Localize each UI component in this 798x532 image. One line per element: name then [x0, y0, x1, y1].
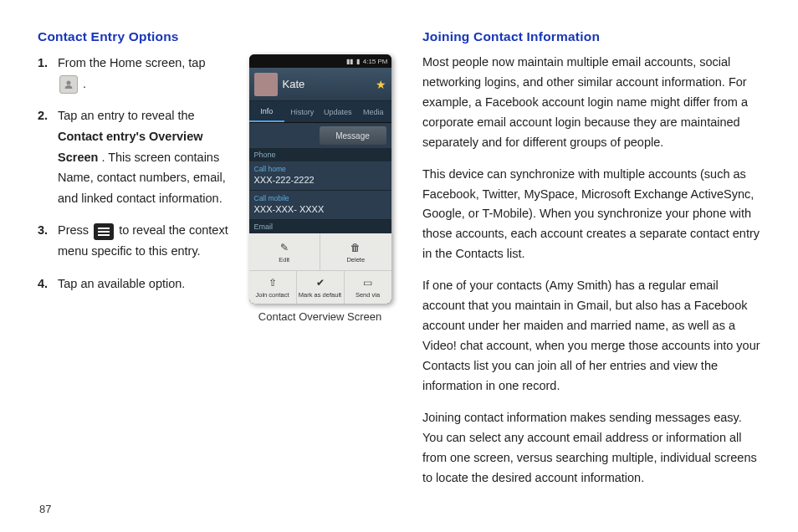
tab-media[interactable]: Media	[356, 101, 391, 122]
action-row-2: ⇧ Join contact ✔ Mark as default ▭ Send …	[249, 270, 391, 304]
star-icon: ★	[376, 78, 386, 91]
paragraph-4: Joining contact information makes sendin…	[422, 408, 760, 489]
section-email: Email	[249, 220, 391, 233]
action-join-label: Join contact	[255, 291, 289, 299]
contact-tabs: Info History Updates Media	[249, 101, 391, 123]
step-2: Tap an entry to reveal the Contact entry…	[58, 105, 230, 208]
signal-icon: ▮▮	[346, 58, 353, 65]
tab-info[interactable]: Info	[249, 101, 285, 122]
message-row: Message	[249, 123, 391, 148]
phone-row-mobile[interactable]: Call mobile XXX-XXX- XXXX	[249, 191, 391, 220]
paragraph-2: This device can synchronize with multipl…	[422, 165, 760, 265]
heading-joining-contact-info: Joining Contact Information	[422, 29, 760, 44]
step-4-text: Tap an available option.	[58, 277, 185, 290]
step-1: From the Home screen, tap .	[58, 53, 230, 94]
section-phone: Phone	[249, 148, 391, 161]
page-number: 87	[39, 503, 51, 515]
action-mark-default[interactable]: ✔ Mark as default	[297, 271, 345, 304]
step-4: Tap an available option.	[58, 274, 230, 294]
svg-point-0	[67, 80, 71, 84]
heading-contact-entry-options: Contact Entry Options	[38, 29, 230, 44]
phone-mockup: ▮▮ ▮ 4:15 PM Kate ★ Info History Updates…	[249, 54, 391, 304]
figure-caption: Contact Overview Screen	[258, 310, 381, 323]
row-mobile-label: Call mobile	[254, 194, 386, 202]
message-button[interactable]: Message	[320, 126, 386, 145]
step-3-text-a: Press	[58, 223, 92, 237]
step-2-text-a: Tap an entry to reveal the	[58, 109, 195, 122]
contact-name: Kate	[283, 78, 371, 90]
row-home-label: Call home	[254, 165, 386, 173]
action-join[interactable]: ⇧ Join contact	[249, 271, 297, 304]
join-icon: ⇧	[266, 276, 279, 289]
check-icon: ✔	[314, 276, 327, 289]
action-delete[interactable]: 🗑 Delete	[320, 233, 391, 270]
contact-header: Kate ★	[249, 68, 391, 101]
edit-icon: ✎	[278, 241, 291, 254]
battery-icon: ▮	[356, 58, 360, 65]
phone-row-home[interactable]: Call home XXX-222-2222	[249, 161, 391, 191]
avatar	[254, 73, 278, 96]
step-1-text-a: From the Home screen, tap	[58, 56, 206, 69]
status-time: 4:15 PM	[363, 58, 388, 65]
action-delete-label: Delete	[346, 256, 365, 263]
row-home-value: XXX-222-2222	[254, 175, 386, 185]
step-3: Press to reveal the context menu specifi…	[58, 220, 230, 261]
action-row-1: ✎ Edit 🗑 Delete	[249, 233, 391, 270]
row-mobile-value: XXX-XXX- XXXX	[254, 204, 386, 214]
steps-list: From the Home screen, tap . Tap an entry…	[38, 53, 230, 294]
delete-icon: 🗑	[349, 241, 362, 254]
menu-icon	[94, 223, 114, 240]
tab-updates[interactable]: Updates	[320, 101, 356, 122]
action-edit[interactable]: ✎ Edit	[249, 233, 321, 270]
tab-history[interactable]: History	[284, 101, 320, 122]
paragraph-1: Most people now maintain multiple email …	[422, 53, 760, 153]
step-1-text-b: .	[83, 77, 86, 90]
send-icon: ▭	[361, 276, 375, 289]
contacts-icon	[59, 75, 78, 94]
phone-status-bar: ▮▮ ▮ 4:15 PM	[249, 54, 391, 68]
action-mark-label: Mark as default	[299, 291, 341, 299]
paragraph-3: If one of your contacts (Amy Smith) has …	[422, 276, 760, 396]
action-edit-label: Edit	[279, 256, 289, 263]
action-send-label: Send via	[356, 291, 380, 299]
action-send-via[interactable]: ▭ Send via	[345, 271, 391, 304]
